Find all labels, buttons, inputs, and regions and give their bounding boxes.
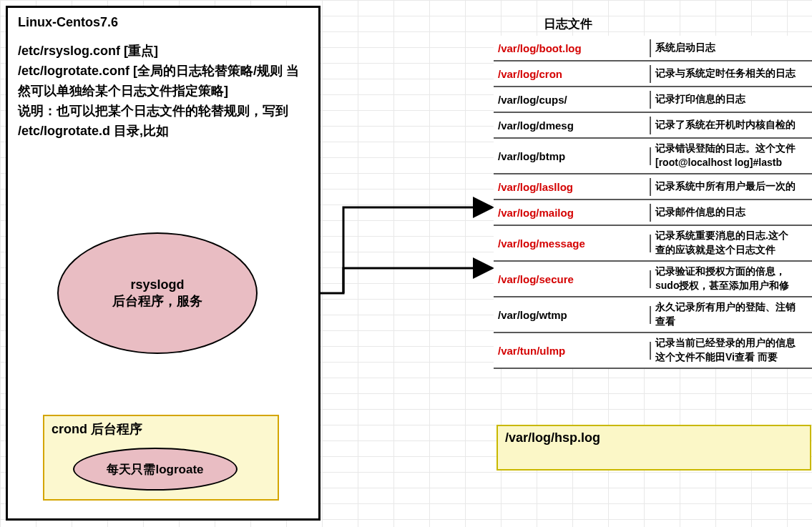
table-row: /var/log/btmp记录错误登陆的日志。这个文件[root@localho… (494, 139, 812, 174)
log-file-desc: 记录了系统在开机时内核自检的 (651, 115, 812, 135)
log-file-desc: 记录当前已经登录的用户的信息这个文件不能田Vi查看 而要 (651, 333, 812, 367)
log-table: /var/log/boot.log系统启动日志/var/log/cron记录与系… (494, 36, 812, 369)
config-line1: /etc/rsyslog.conf [重点] (18, 41, 308, 61)
hsp-log-text: /var/log/hsp.log (505, 430, 600, 445)
main-title: Linux-Centos7.6 (18, 15, 308, 30)
table-row: /var/log/secure记录验证和授权方面的倍息，sudo授权，甚至添加用… (494, 262, 812, 297)
log-file-path: /var/log/lasllog (494, 178, 651, 196)
log-file-path: /var/Iog/mailog (494, 204, 651, 222)
log-file-desc: 记录验证和授权方面的倍息，sudo授权，甚至添加用户和修 (651, 262, 812, 295)
log-file-path: /var/log/cups/ (494, 91, 651, 109)
table-header: 日志文件 (544, 16, 592, 32)
table-row: /var/Iog/mailog记录邮件信息的日志 (494, 200, 812, 226)
config-text: /etc/rsyslog.conf [重点] /etc/logrotate.co… (18, 41, 308, 141)
hsp-log-box: /var/log/hsp.log (497, 425, 811, 471)
log-file-desc: 记录与系统定时任务相关的日志 (651, 64, 812, 84)
log-file-desc: 记录邮件信息的日志 (651, 202, 812, 222)
table-row: /var/log/lasllog记录系统中所有用户最后一次的 (494, 174, 812, 200)
log-file-desc: 系统启动日志 (651, 38, 812, 58)
table-row: /var/log/cups/记录打印信息的日志 (494, 87, 812, 113)
rsyslogd-node: rsyslogd 后台程序，服务 (57, 232, 258, 354)
log-file-desc: 记录系统中所有用户最后一次的 (651, 177, 812, 197)
rsyslogd-label1: rsyslogd (130, 277, 184, 292)
log-file-desc: 记录错误登陆的日志。这个文件[root@localhost log]#lastb (651, 139, 812, 172)
config-line2: /etc/logrotate.conf [全局的日志轮替策略/规则 当然可以单独… (18, 61, 308, 102)
table-row: /var/tun/ulmp记录当前已经登录的用户的信息这个文件不能田Vi查看 而… (494, 333, 812, 369)
log-file-path: /var/log/wtmp (494, 306, 651, 324)
log-file-path: /var/log/boot.log (494, 39, 651, 57)
crond-box: crond 后台程序 每天只需logroate (43, 415, 279, 501)
config-line3: 说明：也可以把某个日志文件的轮替规则，写到 /etc/logrotate.d 目… (18, 102, 308, 142)
log-file-path: /var/log/message (494, 235, 651, 252)
log-file-desc: 记录系统重要消息的日志.这个查的应该就是这个日志文件 (651, 226, 812, 260)
table-row: /var/log/wtmp永久记录所有用户的登陆、注销查看 (494, 297, 812, 333)
crond-title: crond 后台程序 (52, 420, 270, 438)
log-file-path: /var/tun/ulmp (494, 342, 651, 360)
log-file-desc: 永久记录所有用户的登陆、注销查看 (651, 297, 812, 331)
crond-ellipse: 每天只需logroate (73, 448, 238, 491)
log-file-path: /var/log/btmp (494, 147, 651, 165)
crond-ellipse-label: 每天只需logroate (107, 461, 203, 478)
rsyslogd-label2: 后台程序，服务 (112, 292, 202, 310)
log-file-desc: 记录打印信息的日志 (651, 89, 812, 109)
table-row: /var/log/message记录系统重要消息的日志.这个查的应该就是这个日志… (494, 226, 812, 262)
table-row: /var/log/cron记录与系统定时任务相关的日志 (494, 61, 812, 87)
table-row: /var/log/boot.log系统启动日志 (494, 36, 812, 61)
log-file-path: /var/log/dmesg (494, 117, 651, 134)
table-row: /var/log/dmesg记录了系统在开机时内核自检的 (494, 113, 812, 139)
log-file-path: /var/log/cron (494, 65, 651, 83)
log-file-path: /var/log/secure (494, 270, 651, 288)
